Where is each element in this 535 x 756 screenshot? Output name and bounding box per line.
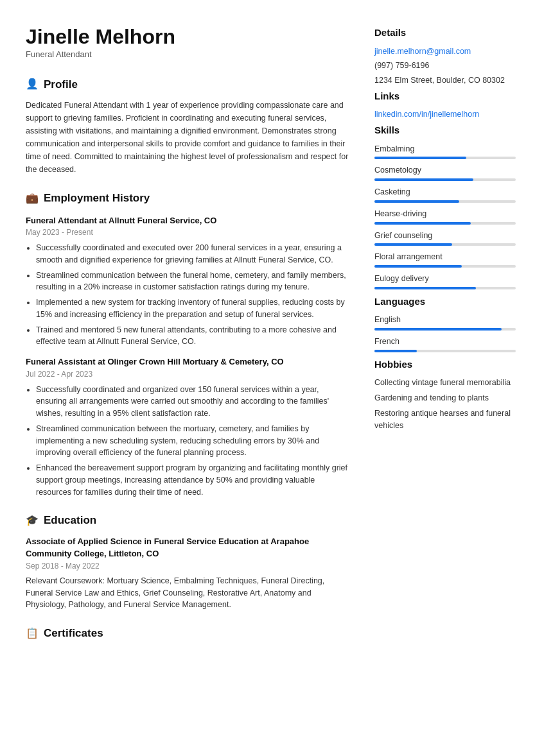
job-2-title: Funeral Assistant at Olinger Crown Hill … (26, 356, 349, 368)
profile-icon: 👤 (26, 76, 39, 92)
skill-item-0: Embalming (374, 143, 516, 160)
employment-label: Employment History (44, 190, 150, 207)
skills-list: Embalming Cosmetology Casketing Hearse-d… (374, 143, 516, 289)
hobby-item-1: Gardening and tending to plants (374, 392, 516, 404)
links-heading: Links (374, 89, 516, 104)
job-2: Funeral Assistant at Olinger Crown Hill … (26, 356, 349, 498)
skill-label-1: Cosmetology (374, 164, 516, 176)
lang-label-1: French (374, 336, 516, 348)
certificates-section: 📋 Certificates (26, 625, 349, 642)
edu-1-dates: Sep 2018 - May 2022 (26, 560, 349, 572)
certificates-heading: 📋 Certificates (26, 625, 349, 642)
skill-item-3: Hearse-driving (374, 208, 516, 225)
education-section: 🎓 Education Associate of Applied Science… (26, 512, 349, 611)
education-icon: 🎓 (26, 513, 39, 528)
skill-bar-bg-6 (374, 287, 516, 289)
left-column: Jinelle Melhorn Funeral Attendant 👤 Prof… (26, 26, 349, 730)
skill-bar-fill-5 (374, 265, 462, 268)
skill-bar-bg-4 (374, 243, 516, 246)
address: 1234 Elm Street, Boulder, CO 80302 (374, 74, 516, 87)
job-1-title: Funeral Attendant at Allnutt Funeral Ser… (26, 214, 349, 227)
right-column: Details jinelle.melhorn@gmail.com (997) … (374, 26, 516, 730)
profile-section: 👤 Profile Dedicated Funeral Attendant wi… (26, 76, 349, 176)
employment-heading: 💼 Employment History (26, 190, 349, 207)
education-heading: 🎓 Education (26, 512, 349, 529)
hobby-item-2: Restoring antique hearses and funeral ve… (374, 408, 516, 432)
skill-bar-bg-2 (374, 200, 516, 203)
skill-bar-bg-5 (374, 265, 516, 268)
skill-bar-fill-3 (374, 222, 471, 225)
header: Jinelle Melhorn Funeral Attendant (26, 26, 349, 61)
skill-item-6: Eulogy delivery (374, 273, 516, 289)
skill-bar-fill-1 (374, 178, 473, 181)
job-2-bullet-3: Enhanced the bereavement support program… (36, 462, 349, 498)
profile-text: Dedicated Funeral Attendant with 1 year … (26, 99, 349, 176)
hobby-item-0: Collecting vintage funeral memorabilia (374, 377, 516, 389)
skill-bar-fill-6 (374, 287, 476, 289)
skill-item-1: Cosmetology (374, 164, 516, 181)
details-heading: Details (374, 26, 516, 40)
skill-label-0: Embalming (374, 143, 516, 155)
skills-heading: Skills (374, 123, 516, 138)
job-1-bullet-2: Streamlined communication between the fu… (36, 270, 349, 294)
skill-item-2: Casketing (374, 186, 516, 203)
lang-item-1: French (374, 336, 516, 352)
skill-bar-bg-1 (374, 178, 516, 181)
skill-bar-fill-4 (374, 243, 452, 246)
profile-label: Profile (44, 76, 78, 93)
phone-number: (997) 759-6196 (374, 60, 516, 72)
job-1-bullet-1: Successfully coordinated and executed ov… (36, 242, 349, 266)
candidate-name: Jinelle Melhorn (26, 26, 349, 48)
job-2-bullets: Successfully coordinated and organized o… (26, 384, 349, 499)
job-2-bullet-1: Successfully coordinated and organized o… (36, 384, 349, 420)
lang-bar-fill-0 (374, 328, 502, 331)
skill-bar-fill-2 (374, 200, 459, 203)
profile-heading: 👤 Profile (26, 76, 349, 93)
skill-label-5: Floral arrangement (374, 251, 516, 263)
lang-bar-fill-1 (374, 350, 417, 352)
skill-bar-bg-0 (374, 157, 516, 159)
skill-label-4: Grief counseling (374, 230, 516, 242)
certificates-icon: 📋 (26, 626, 39, 641)
skill-bar-bg-3 (374, 222, 516, 225)
job-1-dates: May 2023 - Present (26, 227, 349, 238)
job-1-bullet-4: Trained and mentored 5 new funeral atten… (36, 324, 349, 348)
lang-bar-bg-0 (374, 328, 516, 331)
skill-item-4: Grief counseling (374, 230, 516, 246)
details-section: Details jinelle.melhorn@gmail.com (997) … (374, 26, 516, 87)
lang-bar-bg-1 (374, 350, 516, 352)
languages-list: English French (374, 314, 516, 352)
edu-entry-1: Associate of Applied Science in Funeral … (26, 535, 349, 611)
skill-bar-fill-0 (374, 157, 466, 159)
hobbies-heading: Hobbies (374, 357, 516, 372)
employment-section: 💼 Employment History Funeral Attendant a… (26, 190, 349, 498)
edu-1-title: Associate of Applied Science in Funeral … (26, 535, 349, 560)
job-1: Funeral Attendant at Allnutt Funeral Ser… (26, 214, 349, 348)
lang-item-0: English (374, 314, 516, 331)
certificates-label: Certificates (44, 625, 103, 642)
skills-section: Skills Embalming Cosmetology Casketing H… (374, 123, 516, 289)
skill-label-6: Eulogy delivery (374, 273, 516, 285)
skill-label-3: Hearse-driving (374, 208, 516, 220)
job-2-dates: Jul 2022 - Apr 2023 (26, 368, 349, 380)
candidate-title: Funeral Attendant (26, 48, 349, 61)
hobbies-list: Collecting vintage funeral memorabiliaGa… (374, 377, 516, 431)
edu-1-coursework: Relevant Coursework: Mortuary Science, E… (26, 575, 349, 611)
employment-icon: 💼 (26, 191, 39, 206)
email-link[interactable]: jinelle.melhorn@gmail.com (374, 46, 516, 58)
job-1-bullets: Successfully coordinated and executed ov… (26, 242, 349, 348)
education-label: Education (44, 512, 96, 529)
languages-heading: Languages (374, 295, 516, 309)
linkedin-link[interactable]: linkedin.com/in/jinellemelhorn (374, 108, 516, 121)
links-section: Links linkedin.com/in/jinellemelhorn (374, 89, 516, 121)
languages-section: Languages English French (374, 295, 516, 352)
hobbies-section: Hobbies Collecting vintage funeral memor… (374, 357, 516, 432)
lang-label-0: English (374, 314, 516, 326)
job-2-bullet-2: Streamlined communication between the mo… (36, 423, 349, 459)
skill-item-5: Floral arrangement (374, 251, 516, 268)
job-1-bullet-3: Implemented a new system for tracking in… (36, 296, 349, 321)
skill-label-2: Casketing (374, 186, 516, 198)
resume-wrapper: Jinelle Melhorn Funeral Attendant 👤 Prof… (0, 0, 535, 756)
